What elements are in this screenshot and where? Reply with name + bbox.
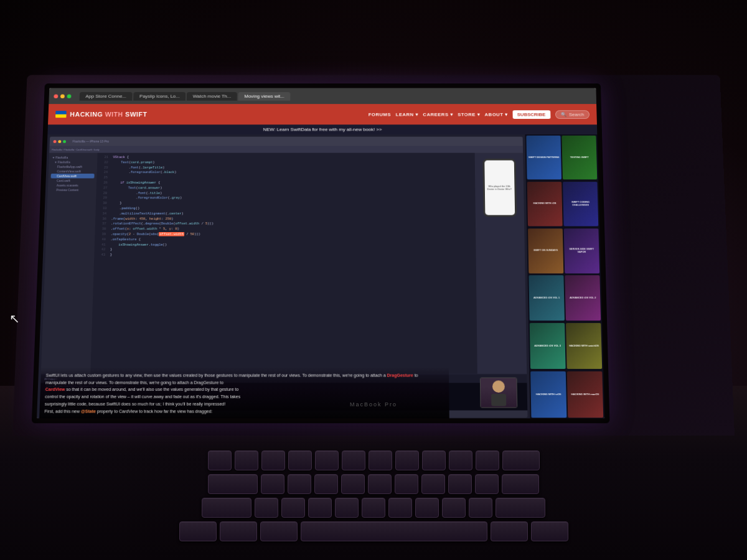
article-para-2: manipulate the rest of our views. To dem… [45, 379, 444, 386]
book-server-vapor[interactable]: SERVER-SIDE SWIFT VAPOR [564, 228, 600, 273]
sidebar-assets[interactable]: Assets.xcassets [50, 183, 94, 187]
website-screen: App Store Conne... Payslip Icons, Lo... … [37, 88, 604, 419]
key-row-1 [31, 450, 716, 470]
book-tvos[interactable]: HACKING WITH tvOS [530, 371, 566, 418]
key-c[interactable] [308, 498, 332, 518]
nav-store[interactable]: STORE ▾ [458, 112, 480, 117]
key-d[interactable] [314, 474, 338, 494]
key-i[interactable] [422, 450, 446, 470]
minimize-button[interactable] [60, 94, 65, 98]
code-line-24: 24 .foregroundColor(.black) [99, 170, 472, 175]
presenter-overlay [480, 378, 517, 408]
key-return[interactable] [502, 474, 539, 494]
key-w[interactable] [261, 450, 285, 470]
book-hacking-ios[interactable]: HACKING WITH iOS [527, 182, 563, 226]
key-f[interactable] [341, 474, 365, 494]
key-v[interactable] [335, 498, 359, 518]
key-delete[interactable] [502, 450, 540, 470]
key-m[interactable] [415, 498, 439, 518]
xcode-close[interactable] [54, 140, 57, 143]
code-line-29: 29 .foregroundColor(.grey) [98, 196, 473, 201]
key-j[interactable] [421, 474, 445, 494]
book-swift-sundays[interactable]: SWIFT ON SUNDAYS [528, 228, 563, 273]
key-t[interactable] [342, 450, 365, 470]
book-watchos[interactable]: HACKING WITH watchOS [566, 323, 602, 369]
key-alt-r[interactable] [491, 521, 528, 541]
key-alt-l[interactable] [260, 521, 298, 541]
presenter-silhouette [489, 380, 508, 404]
sidebar-card[interactable]: Card.swift [50, 179, 94, 183]
maximize-button[interactable] [67, 94, 72, 98]
key-r[interactable] [315, 450, 339, 470]
key-shift-r[interactable] [496, 498, 545, 518]
search-box[interactable]: 🔍 Search [555, 110, 590, 119]
sidebar-flashzilla-group[interactable]: ▾ Flashzilla [51, 160, 95, 164]
key-n[interactable] [388, 498, 412, 518]
code-line-40: 40.onTapGesture { [97, 237, 474, 242]
sidebar-contentview[interactable]: ContentView.swift [51, 169, 95, 174]
nav-forums[interactable]: FORUMS [369, 112, 391, 117]
key-x[interactable] [281, 498, 305, 518]
code-editor[interactable]: 21VStack { 22 Text(card.prompt) 23 .font… [90, 153, 477, 374]
code-line-33: 33 .padding() [98, 206, 472, 211]
book-advanced-ios-3[interactable]: ADVANCED iOS VOL 3 [530, 323, 566, 369]
site-banner[interactable]: NEW: Learn SwiftData for free with my al… [47, 124, 597, 134]
xcode-maximize[interactable] [63, 140, 66, 143]
key-e[interactable] [288, 450, 312, 470]
phone-question-text: Who played the 13th Doctor in Doctor Who… [487, 185, 512, 190]
nav-careers[interactable]: CAREERS ▾ [423, 112, 453, 117]
key-y[interactable] [369, 450, 392, 470]
xcode-minimize[interactable] [58, 140, 61, 143]
xcode-toolbar: Flashzilla — iPhone 13 Pro [50, 137, 523, 146]
key-u[interactable] [395, 450, 419, 470]
key-cmd-r[interactable] [531, 521, 568, 541]
key-s[interactable] [288, 474, 311, 494]
key-a[interactable] [261, 474, 284, 494]
code-line-28: 28 .font(.title) [98, 191, 472, 196]
key-h[interactable] [395, 474, 418, 494]
code-line-23: 23 .font(.largeTitle) [100, 166, 472, 170]
key-caps[interactable] [208, 474, 258, 494]
search-icon: 🔍 [560, 112, 566, 117]
xcode-breadcrumb: Flashzilla › Flashzilla › CardView.swift… [52, 148, 99, 151]
key-l[interactable] [475, 474, 499, 494]
book-testing-swift[interactable]: TESTING SWIFT [561, 136, 597, 180]
key-o[interactable] [449, 450, 472, 470]
phone-screen: Who played the 13th Doctor in Doctor Who… [484, 161, 515, 215]
book-advanced-ios-1[interactable]: ADVANCED iOS VOL 1 [529, 276, 565, 321]
close-button[interactable] [54, 94, 58, 98]
nav-about[interactable]: ABOUT ▾ [485, 112, 508, 117]
key-space[interactable] [301, 521, 487, 541]
key-q[interactable] [235, 450, 258, 470]
article-para-4: control the opacity and rotation of the … [45, 393, 444, 401]
code-line-42: 42} [96, 248, 473, 253]
key-fn[interactable] [179, 521, 217, 541]
book-swift-design-patterns[interactable]: SWIFT DESIGN PATTERNS [526, 136, 561, 180]
presenter-face [481, 378, 517, 408]
browser-tab-3[interactable]: Watch movie Th... [187, 91, 237, 100]
sidebar-flashzilla-root[interactable]: ▾ Flashzilla [52, 155, 95, 159]
sidebar-app-swift[interactable]: FlashzillaApp.swift [51, 164, 95, 169]
key-period[interactable] [469, 498, 492, 518]
key-comma[interactable] [442, 498, 466, 518]
code-line-36: 36.frame(width: 450, height: 250) [98, 217, 473, 222]
sidebar-preview[interactable]: Preview Content [50, 188, 94, 192]
book-coding-challenges[interactable]: SWIFT CODING CHALLENGES [563, 182, 598, 226]
browser-tab-1[interactable]: App Store Conne... [80, 91, 133, 100]
key-k[interactable] [448, 474, 472, 494]
book-advanced-ios-2[interactable]: ADVANCED iOS VOL 2 [565, 276, 601, 321]
book-macos[interactable]: HACKING WITH macOS [567, 371, 604, 418]
nav-learn[interactable]: LEARN ▾ [396, 112, 418, 117]
key-b[interactable] [362, 498, 385, 518]
key-cmd-l[interactable] [220, 521, 257, 541]
code-line-43: 43} [96, 253, 474, 258]
browser-tab-2[interactable]: Payslip Icons, Lo... [133, 91, 186, 100]
sidebar-cardview[interactable]: CardView.swift [51, 174, 95, 178]
key-p[interactable] [476, 450, 499, 470]
subscribe-button[interactable]: SUBSCRIBE [512, 110, 550, 119]
key-z[interactable] [255, 498, 278, 518]
key-tab[interactable] [208, 450, 232, 470]
key-g[interactable] [368, 474, 392, 494]
key-shift[interactable] [202, 498, 251, 518]
browser-tab-4[interactable]: Moving views wit... [238, 91, 291, 100]
